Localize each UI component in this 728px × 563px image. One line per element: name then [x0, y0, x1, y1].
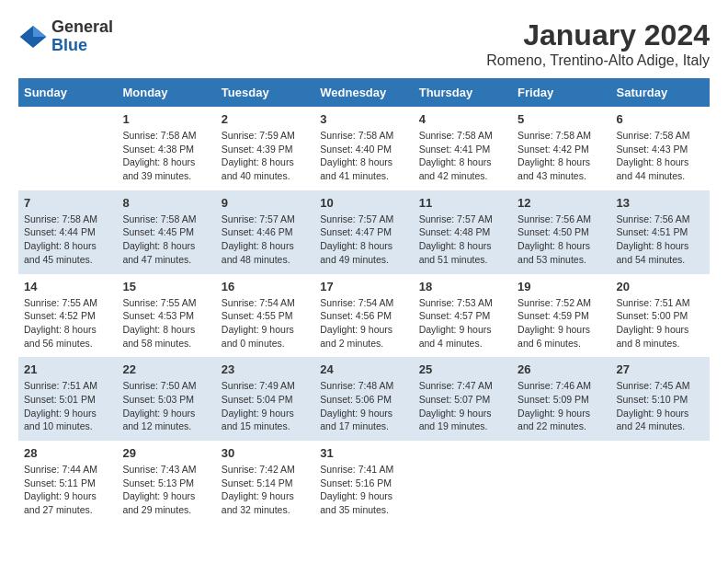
day-info: Sunrise: 7:57 AM Sunset: 4:47 PM Dayligh…	[320, 213, 393, 265]
day-cell: 7Sunrise: 7:58 AM Sunset: 4:44 PM Daylig…	[18, 190, 117, 274]
day-number: 22	[122, 362, 210, 376]
day-info: Sunrise: 7:56 AM Sunset: 4:50 PM Dayligh…	[518, 213, 591, 265]
calendar-header: Sunday Monday Tuesday Wednesday Thursday…	[18, 78, 710, 107]
day-number: 3	[320, 112, 407, 126]
day-cell	[512, 441, 610, 524]
header: General Blue January 2024 Romeno, Trenti…	[18, 18, 710, 69]
day-cell: 29Sunrise: 7:43 AM Sunset: 5:13 PM Dayli…	[117, 441, 215, 524]
day-info: Sunrise: 7:54 AM Sunset: 4:56 PM Dayligh…	[320, 297, 393, 349]
day-cell: 21Sunrise: 7:51 AM Sunset: 5:01 PM Dayli…	[18, 357, 117, 441]
title-area: January 2024 Romeno, Trentino-Alto Adige…	[486, 18, 710, 69]
day-number: 6	[617, 112, 704, 126]
day-info: Sunrise: 7:54 AM Sunset: 4:55 PM Dayligh…	[222, 297, 295, 349]
logo-general-text: General	[51, 18, 113, 37]
day-number: 10	[320, 196, 407, 210]
day-cell: 15Sunrise: 7:55 AM Sunset: 4:53 PM Dayli…	[117, 274, 215, 358]
day-cell: 5Sunrise: 7:58 AM Sunset: 4:42 PM Daylig…	[512, 107, 610, 190]
day-cell: 3Sunrise: 7:58 AM Sunset: 4:40 PM Daylig…	[314, 107, 413, 190]
col-monday: Monday	[117, 78, 215, 107]
week-row-1: 7Sunrise: 7:58 AM Sunset: 4:44 PM Daylig…	[18, 190, 710, 274]
day-cell: 9Sunrise: 7:57 AM Sunset: 4:46 PM Daylig…	[216, 190, 314, 274]
col-thursday: Thursday	[414, 78, 512, 107]
day-number: 2	[222, 112, 309, 126]
day-number: 31	[320, 446, 407, 460]
day-info: Sunrise: 7:57 AM Sunset: 4:48 PM Dayligh…	[419, 213, 493, 265]
day-info: Sunrise: 7:50 AM Sunset: 5:03 PM Dayligh…	[122, 380, 196, 431]
day-number: 4	[419, 112, 506, 126]
week-row-3: 21Sunrise: 7:51 AM Sunset: 5:01 PM Dayli…	[18, 357, 710, 441]
day-cell: 20Sunrise: 7:51 AM Sunset: 5:00 PM Dayli…	[611, 274, 710, 358]
day-number: 24	[320, 362, 407, 376]
day-number: 12	[518, 196, 605, 210]
day-number: 15	[122, 280, 210, 293]
day-number: 14	[24, 280, 111, 293]
day-info: Sunrise: 7:56 AM Sunset: 4:51 PM Dayligh…	[617, 213, 690, 265]
day-number: 1	[122, 112, 210, 126]
col-sunday: Sunday	[18, 78, 117, 107]
day-cell: 6Sunrise: 7:58 AM Sunset: 4:43 PM Daylig…	[611, 107, 710, 190]
col-wednesday: Wednesday	[314, 78, 413, 107]
day-cell: 18Sunrise: 7:53 AM Sunset: 4:57 PM Dayli…	[414, 274, 512, 358]
day-info: Sunrise: 7:53 AM Sunset: 4:57 PM Dayligh…	[419, 297, 493, 349]
day-cell: 23Sunrise: 7:49 AM Sunset: 5:04 PM Dayli…	[216, 357, 314, 441]
day-cell: 31Sunrise: 7:41 AM Sunset: 5:16 PM Dayli…	[314, 441, 413, 524]
week-row-0: 1Sunrise: 7:58 AM Sunset: 4:38 PM Daylig…	[18, 107, 710, 190]
day-info: Sunrise: 7:58 AM Sunset: 4:43 PM Dayligh…	[617, 130, 690, 181]
day-cell: 13Sunrise: 7:56 AM Sunset: 4:51 PM Dayli…	[611, 190, 710, 274]
day-cell: 16Sunrise: 7:54 AM Sunset: 4:55 PM Dayli…	[216, 274, 314, 358]
day-cell	[611, 441, 710, 524]
day-info: Sunrise: 7:42 AM Sunset: 5:14 PM Dayligh…	[222, 464, 295, 515]
day-info: Sunrise: 7:43 AM Sunset: 5:13 PM Dayligh…	[122, 464, 196, 515]
day-cell: 27Sunrise: 7:45 AM Sunset: 5:10 PM Dayli…	[611, 357, 710, 441]
location-title: Romeno, Trentino-Alto Adige, Italy	[486, 52, 710, 69]
day-info: Sunrise: 7:58 AM Sunset: 4:44 PM Dayligh…	[24, 213, 97, 265]
day-info: Sunrise: 7:58 AM Sunset: 4:38 PM Dayligh…	[122, 130, 196, 181]
day-cell: 11Sunrise: 7:57 AM Sunset: 4:48 PM Dayli…	[414, 190, 512, 274]
day-number: 11	[419, 196, 506, 210]
week-row-2: 14Sunrise: 7:55 AM Sunset: 4:52 PM Dayli…	[18, 274, 710, 358]
day-info: Sunrise: 7:58 AM Sunset: 4:42 PM Dayligh…	[518, 130, 591, 181]
day-info: Sunrise: 7:47 AM Sunset: 5:07 PM Dayligh…	[419, 380, 493, 431]
day-number: 28	[24, 446, 111, 460]
month-title: January 2024	[486, 18, 710, 52]
calendar-table: Sunday Monday Tuesday Wednesday Thursday…	[18, 78, 710, 524]
day-info: Sunrise: 7:58 AM Sunset: 4:41 PM Dayligh…	[419, 130, 493, 181]
day-number: 20	[617, 280, 704, 293]
day-cell: 19Sunrise: 7:52 AM Sunset: 4:59 PM Dayli…	[512, 274, 610, 358]
day-info: Sunrise: 7:51 AM Sunset: 5:00 PM Dayligh…	[617, 297, 690, 349]
day-cell: 28Sunrise: 7:44 AM Sunset: 5:11 PM Dayli…	[18, 441, 117, 524]
day-number: 26	[518, 362, 605, 376]
day-cell: 14Sunrise: 7:55 AM Sunset: 4:52 PM Dayli…	[18, 274, 117, 358]
day-number: 8	[122, 196, 210, 210]
day-cell: 10Sunrise: 7:57 AM Sunset: 4:47 PM Dayli…	[314, 190, 413, 274]
day-cell: 24Sunrise: 7:48 AM Sunset: 5:06 PM Dayli…	[314, 357, 413, 441]
day-info: Sunrise: 7:46 AM Sunset: 5:09 PM Dayligh…	[518, 380, 591, 431]
day-number: 27	[617, 362, 704, 376]
day-cell: 30Sunrise: 7:42 AM Sunset: 5:14 PM Dayli…	[216, 441, 314, 524]
calendar-body: 1Sunrise: 7:58 AM Sunset: 4:38 PM Daylig…	[18, 107, 710, 524]
day-cell: 26Sunrise: 7:46 AM Sunset: 5:09 PM Dayli…	[512, 357, 610, 441]
day-number: 30	[222, 446, 309, 460]
logo: General Blue	[18, 18, 113, 55]
day-number: 7	[24, 196, 111, 210]
day-info: Sunrise: 7:57 AM Sunset: 4:46 PM Dayligh…	[222, 213, 295, 265]
day-number: 18	[419, 280, 506, 293]
day-info: Sunrise: 7:49 AM Sunset: 5:04 PM Dayligh…	[222, 380, 295, 431]
day-cell: 2Sunrise: 7:59 AM Sunset: 4:39 PM Daylig…	[216, 107, 314, 190]
day-cell: 8Sunrise: 7:58 AM Sunset: 4:45 PM Daylig…	[117, 190, 215, 274]
header-row: Sunday Monday Tuesday Wednesday Thursday…	[18, 78, 710, 107]
day-number: 19	[518, 280, 605, 293]
day-cell: 4Sunrise: 7:58 AM Sunset: 4:41 PM Daylig…	[414, 107, 512, 190]
day-info: Sunrise: 7:58 AM Sunset: 4:40 PM Dayligh…	[320, 130, 393, 181]
day-info: Sunrise: 7:44 AM Sunset: 5:11 PM Dayligh…	[24, 464, 97, 515]
day-cell: 17Sunrise: 7:54 AM Sunset: 4:56 PM Dayli…	[314, 274, 413, 358]
day-cell: 1Sunrise: 7:58 AM Sunset: 4:38 PM Daylig…	[117, 107, 215, 190]
day-cell: 25Sunrise: 7:47 AM Sunset: 5:07 PM Dayli…	[414, 357, 512, 441]
week-row-4: 28Sunrise: 7:44 AM Sunset: 5:11 PM Dayli…	[18, 441, 710, 524]
day-info: Sunrise: 7:58 AM Sunset: 4:45 PM Dayligh…	[122, 213, 196, 265]
day-number: 16	[222, 280, 309, 293]
day-number: 9	[222, 196, 309, 210]
day-number: 5	[518, 112, 605, 126]
day-info: Sunrise: 7:55 AM Sunset: 4:53 PM Dayligh…	[122, 297, 196, 349]
col-saturday: Saturday	[611, 78, 710, 107]
